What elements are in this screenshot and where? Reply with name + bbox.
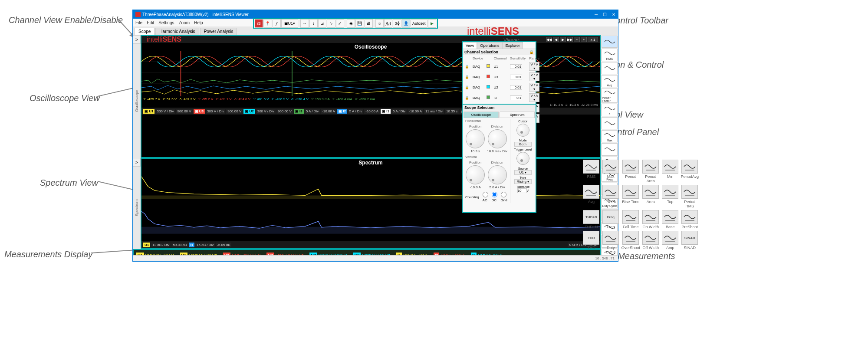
meas-thumb[interactable] — [602, 117, 618, 129]
vert-position-knob[interactable] — [466, 165, 485, 184]
toolbar-marker-icon[interactable]: 📍 — [263, 19, 272, 28]
channel-badge[interactable]: U1 — [143, 243, 150, 247]
channel-row[interactable]: 🔒DAQI3V / A ▾ — [464, 93, 541, 102]
scope-sel-oscilloscope[interactable]: Oscilloscope — [464, 112, 499, 118]
menu-help[interactable]: Help — [194, 20, 203, 25]
meas-palette-period[interactable]: Period — [621, 160, 640, 183]
toolbar-cursor-v-icon[interactable]: ↕ — [309, 19, 318, 28]
trigger-level-knob[interactable] — [516, 152, 529, 165]
channel-color-icon[interactable] — [487, 95, 490, 99]
meas-palette-amp[interactable]: Amp — [661, 231, 679, 254]
meas-palette-freq[interactable]: FreqFreq — [602, 210, 620, 229]
meas-palette-avg[interactable]: Avg — [582, 185, 600, 208]
channel-badge[interactable]: ▣ I3 — [294, 109, 304, 114]
spec-toggle-button[interactable]: > — [133, 158, 141, 167]
toolbar-3phase-icon[interactable]: 3ϕ — [393, 19, 401, 28]
channel-badge[interactable]: ▣ U1 — [143, 109, 155, 114]
toolbar-fx-icon[interactable]: 𝑓(𝑡) — [384, 19, 392, 28]
channel-color-icon[interactable] — [487, 64, 490, 68]
panel-tab-explorer[interactable]: Explorer — [502, 42, 523, 49]
meas-thumb[interactable] — [602, 36, 618, 48]
channel-badge[interactable]: ▣ U2 — [243, 109, 255, 114]
meas-palette-onwidth[interactable]: On Width — [642, 210, 660, 229]
meas-palette-periodavg[interactable]: PeriodAvg — [681, 160, 699, 183]
meas-palette-top[interactable]: Top — [661, 185, 679, 208]
tolerance-input[interactable] — [517, 188, 527, 193]
vert-division-knob[interactable] — [488, 165, 507, 184]
tab-power[interactable]: Power Analysis — [200, 28, 237, 35]
meas-palette-periodarea[interactable]: Period Area — [642, 160, 660, 183]
meas-palette-preshoot[interactable]: PreShoot — [681, 210, 699, 229]
scope-sel-spectrum[interactable]: Spectrum — [500, 112, 535, 118]
channel-badge[interactable]: ▣ I2 — [337, 109, 347, 114]
meas-palette-thd[interactable]: THDTHD — [582, 231, 600, 254]
meas-palette-periodrms[interactable]: Period RMS — [681, 185, 699, 208]
channel-badge[interactable]: I1 — [189, 243, 194, 247]
toolbar-print-icon[interactable]: 🖶 — [365, 19, 373, 28]
range-dd[interactable]: V / V ▾ — [529, 72, 539, 81]
sensitivity-input[interactable] — [510, 85, 522, 90]
horiz-position-knob[interactable] — [466, 129, 485, 148]
meas-thumb[interactable]: RMS — [602, 49, 618, 61]
lock-icon[interactable]: 🔒 — [465, 65, 469, 69]
meas-palette-falltime[interactable]: Fall Time — [621, 210, 640, 229]
toolbar-app-icon[interactable]: iS — [255, 19, 263, 28]
channel-color-icon[interactable] — [487, 75, 490, 78]
trigger-type-dd[interactable]: Rising ▾ — [514, 179, 532, 184]
toolbar-zoom-icon[interactable]: ⤢ — [336, 19, 344, 28]
maximize-button[interactable]: ☐ — [603, 12, 607, 17]
meas-palette-area[interactable]: Area — [642, 185, 660, 208]
cursor-mode-button[interactable]: Both — [514, 142, 532, 147]
toolbar-run-button[interactable]: ▶ — [428, 19, 436, 28]
coupling-dc[interactable]: DC — [492, 192, 497, 202]
toolbar-cursor-h-icon[interactable]: ↔ — [300, 19, 309, 28]
toolbar-snapshot-icon[interactable]: ◉ — [347, 19, 355, 28]
toolbar-channel-dd[interactable]: ▣ U1 ▾ — [281, 19, 298, 28]
tab-harmonic[interactable]: Harmonic Analysis — [155, 28, 199, 35]
meas-palette-sinad[interactable]: SINADSINAD — [681, 231, 699, 254]
range-dd[interactable]: V / V ▾ — [529, 62, 539, 71]
meas-thumb[interactable]: Power Factor — [602, 88, 618, 103]
cursor-knob[interactable] — [516, 124, 529, 137]
meas-palette-max[interactable]: Max — [602, 160, 620, 183]
close-button[interactable]: ✕ — [612, 12, 615, 17]
meas-palette-pkpk[interactable]: Pk-Pk — [602, 185, 620, 208]
toolbar-brightness-icon[interactable]: ☼ — [375, 19, 384, 28]
panel-tab-operations[interactable]: Operations — [477, 42, 502, 49]
trigger-source-dd[interactable]: U1 ▾ — [514, 170, 532, 175]
meas-palette-min[interactable]: Min — [661, 160, 679, 183]
meas-palette-risetime[interactable]: Rise Time — [621, 185, 640, 208]
meas-palette-thdn[interactable]: THD+NTHD+N — [582, 210, 600, 229]
lock-icon[interactable]: 🔒 — [465, 75, 469, 79]
horiz-division-knob[interactable] — [488, 129, 507, 148]
sensitivity-input[interactable] — [510, 64, 522, 69]
meas-palette-overshoot[interactable]: OverShoot — [621, 231, 640, 254]
menu-zoom[interactable]: Zoom — [179, 20, 190, 25]
toolbar-func-icon[interactable]: 𝑓 — [273, 19, 281, 28]
sensitivity-input[interactable] — [510, 75, 522, 79]
scope-zoomout-button[interactable]: − — [574, 37, 580, 42]
range-dd[interactable]: V / V ▾ — [529, 83, 539, 92]
toolbar-wave-icon[interactable]: ∿ — [327, 19, 335, 28]
scope-rewind-button[interactable]: ◀◀ — [546, 37, 552, 42]
meas-thumb[interactable]: Max — [602, 130, 618, 142]
coupling-ac[interactable]: AC — [483, 192, 488, 202]
channel-badge[interactable]: ▣ U3 — [194, 109, 205, 114]
toolbar-save-icon[interactable]: 💾 — [355, 19, 364, 28]
meas-thumb[interactable] — [602, 143, 618, 155]
channel-color-icon[interactable] — [487, 85, 490, 89]
toolbar-measure-icon[interactable]: ⊿ — [318, 19, 326, 28]
channel-badge[interactable]: ▣ I1 — [381, 109, 391, 114]
meas-palette-offwidth[interactable]: Off Width — [642, 231, 660, 254]
meas-thumb[interactable]: λ — [602, 104, 618, 116]
meas-thumb[interactable]: Avg — [602, 75, 618, 87]
tab-scope[interactable]: Scope — [135, 28, 155, 35]
menu-settings[interactable]: Settings — [158, 20, 174, 25]
channel-row[interactable]: 🔒DAQU2V / V ▾ — [464, 82, 541, 92]
scope-zoomin-button[interactable]: + — [581, 37, 587, 42]
lock-icon[interactable]: 🔒 — [465, 85, 469, 89]
coupling-gnd[interactable]: Gnd — [501, 192, 507, 202]
meas-thumb[interactable] — [602, 62, 618, 74]
toolbar-autoset-button[interactable]: Autoset — [411, 19, 427, 28]
menu-file[interactable]: File — [135, 20, 142, 25]
